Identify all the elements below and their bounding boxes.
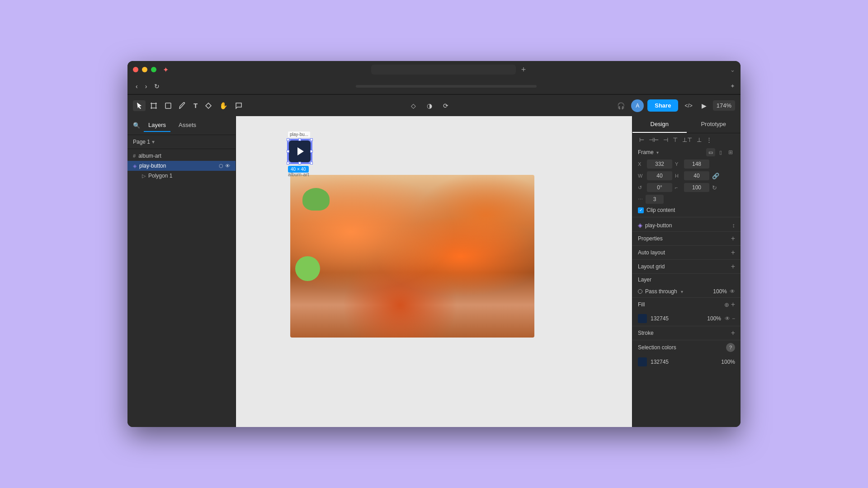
clip-content-label: Clip content [646,207,675,213]
frame-name-tooltip: play-bu... [288,131,310,137]
auto-layout-add-button[interactable]: + [731,249,735,257]
frame-type-2-button[interactable]: ▯ [717,148,724,156]
layer-item-polygon1[interactable]: ▷ Polygon 1 [127,171,236,181]
search-icon: 🔍 [133,122,140,129]
fill-opacity-value[interactable]: 100% [707,315,721,322]
shape-tool-button[interactable] [162,100,175,111]
contrast-icon[interactable]: ◑ [424,100,435,111]
x-input[interactable] [647,160,672,169]
stroke-section-header: Stroke + [632,326,741,340]
y-input[interactable] [684,160,709,169]
stroke-section: Stroke + [632,326,741,340]
distribute-button[interactable]: ⋮ [705,135,713,145]
handle-br[interactable] [310,162,313,164]
fill-hex-value[interactable]: 132745 [651,315,669,322]
url-input[interactable] [371,65,516,75]
close-button[interactable] [133,67,138,72]
frame-icon: # [133,153,136,159]
align-top-button[interactable]: ⊤ [671,135,679,145]
h-input[interactable] [684,171,709,180]
component-icon: ◈ [133,163,137,169]
assets-tab[interactable]: Assets [174,119,201,132]
properties-add-button[interactable]: + [731,235,735,243]
prototype-tab[interactable]: Prototype [687,116,741,133]
pen-tool-button[interactable] [176,100,189,111]
polygon-expand-icon[interactable]: ▷ [142,173,146,179]
style-icon[interactable]: ◇ [408,100,419,111]
layers-list: # album-art ◈ play-button ⬡ 👁 ▷ Polygon … [127,149,236,427]
fill-target-button[interactable]: ⊕ [724,300,729,309]
minimize-button[interactable] [142,67,147,72]
alignment-row: ⊢ ⊣⊢ ⊣ ⊤ ⊥⊤ ⊥ ⋮ [632,133,741,146]
corner-radius-input[interactable] [684,183,709,192]
comment-tool-button[interactable] [232,100,245,111]
layers-tab[interactable]: Layers [144,119,170,132]
properties-section: Properties + [632,231,741,245]
fill-section-header: Fill ⊕ + [632,298,741,311]
fill-title: Fill [638,301,645,308]
design-tab[interactable]: Design [632,116,687,133]
move-tool-button[interactable] [133,100,146,111]
opacity-value[interactable]: 100% [713,288,727,295]
stroke-add-button[interactable]: + [731,329,735,337]
toolbar-center: ◇ ◑ ⟳ [247,100,613,111]
align-middle-v-button[interactable]: ⊥⊤ [681,135,693,145]
hand-tool-button[interactable]: ✋ [217,100,231,112]
back-button[interactable]: ‹ [133,81,141,92]
page-label: Page 1 [133,139,150,145]
frame-grid-button[interactable]: ⊞ [726,148,735,156]
align-left-button[interactable]: ⊢ [638,135,646,145]
component-row[interactable]: ◈ play-button ↕ [632,219,741,231]
w-input[interactable] [647,171,672,180]
selection-color-swatch[interactable] [638,357,647,366]
corner-options-button[interactable]: ↻ [712,184,717,191]
reload-button[interactable]: ↻ [151,81,162,92]
fill-remove-button[interactable]: − [732,315,735,322]
selection-color-opacity[interactable]: 100% [721,359,735,365]
align-right-button[interactable]: ⊣ [662,135,670,145]
canvas-area[interactable]: play-bu... [236,116,632,427]
avatar: A [631,99,644,112]
present-button[interactable]: ▶ [699,100,709,111]
frame-dropdown-arrow[interactable]: ▾ [656,150,659,155]
page-selector[interactable]: Page 1 ▾ [127,135,236,149]
align-center-h-button[interactable]: ⊣⊢ [647,135,660,145]
component-go-button[interactable]: ↕ [732,222,736,229]
fill-add-button[interactable]: + [731,300,735,309]
headphone-icon[interactable]: 🎧 [614,100,627,111]
share-button[interactable]: Share [647,99,678,112]
play-button-visual[interactable] [288,140,311,163]
left-panel: 🔍 Layers Assets Page 1 ▾ # album-art [127,116,236,427]
layout-grid-add-button[interactable]: + [731,263,735,271]
clip-content-checkbox[interactable]: ✓ [638,207,644,213]
zoom-level[interactable]: 174% [713,100,735,111]
forward-button[interactable]: › [142,81,150,92]
frame-type-1-button[interactable]: ▭ [706,148,715,156]
selection-colors-help-button[interactable]: ? [726,343,735,352]
corner-detail-input[interactable] [646,195,664,204]
new-tab-button[interactable]: + [519,65,528,75]
w-label: W [638,173,644,178]
fill-visibility-button[interactable]: 👁 [725,315,730,322]
mode-dropdown-arrow[interactable]: ▾ [681,289,683,294]
rotation-input[interactable] [647,183,672,192]
align-bottom-button[interactable]: ⊥ [695,135,703,145]
fill-color-swatch[interactable] [638,314,647,323]
layer-name: play-button [139,163,166,169]
layer-visibility-button[interactable]: 👁 [730,288,735,295]
maximize-button[interactable] [151,67,156,72]
component-tool-button[interactable] [202,100,215,111]
visible-icon[interactable]: 👁 [225,163,230,169]
code-view-button[interactable]: </> [682,101,695,111]
lock-ratio-button[interactable]: 🔗 [712,173,719,179]
prototype-icon[interactable]: ⟳ [440,100,451,111]
selection-color-hex[interactable]: 132745 [651,359,669,365]
text-tool-button[interactable]: T [191,100,200,111]
corner-icon: ⌐ [675,185,681,190]
layer-item-play-button[interactable]: ◈ play-button ⬡ 👁 [127,161,236,171]
layer-item-album-art[interactable]: # album-art [127,151,236,161]
frame-tool-button[interactable] [147,100,160,111]
address-bar[interactable] [356,85,537,88]
position-row: X Y [632,158,741,170]
component-name: play-button [645,222,672,229]
